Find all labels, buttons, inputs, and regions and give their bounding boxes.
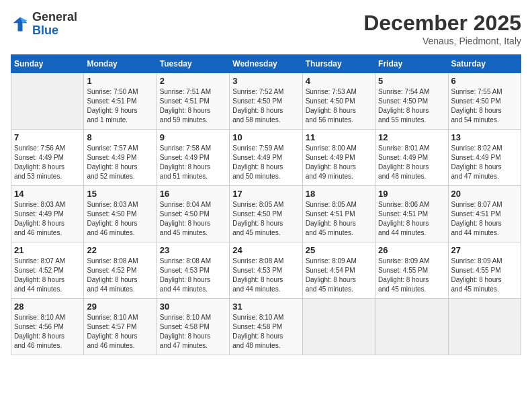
day-info: Sunrise: 8:10 AMSunset: 4:56 PMDaylight:… (14, 313, 81, 351)
day-info: Sunrise: 8:07 AMSunset: 4:51 PMDaylight:… (451, 200, 518, 238)
day-cell: 31Sunrise: 8:10 AMSunset: 4:58 PMDayligh… (230, 299, 302, 355)
calendar-body: 1Sunrise: 7:50 AMSunset: 4:51 PMDaylight… (11, 73, 521, 355)
day-cell: 26Sunrise: 8:09 AMSunset: 4:55 PMDayligh… (375, 242, 448, 299)
day-cell: 8Sunrise: 7:57 AMSunset: 4:49 PMDaylight… (84, 130, 157, 186)
day-info: Sunrise: 8:10 AMSunset: 4:58 PMDaylight:… (232, 313, 299, 351)
day-info: Sunrise: 8:02 AMSunset: 4:49 PMDaylight:… (451, 144, 518, 181)
calendar-table: SundayMondayTuesdayWednesdayThursdayFrid… (11, 54, 521, 355)
col-header-friday: Friday (375, 55, 448, 73)
day-info: Sunrise: 8:07 AMSunset: 4:52 PMDaylight:… (14, 257, 81, 294)
day-cell: 2Sunrise: 7:51 AMSunset: 4:51 PMDaylight… (157, 73, 229, 130)
day-cell: 25Sunrise: 8:09 AMSunset: 4:54 PMDayligh… (302, 242, 375, 299)
calendar-header-row: SundayMondayTuesdayWednesdayThursdayFrid… (11, 55, 521, 73)
day-cell: 15Sunrise: 8:03 AMSunset: 4:50 PMDayligh… (84, 186, 157, 242)
day-cell: 9Sunrise: 7:58 AMSunset: 4:49 PMDaylight… (157, 130, 229, 186)
day-number: 6 (451, 76, 518, 86)
day-number: 13 (451, 132, 518, 142)
day-cell: 22Sunrise: 8:08 AMSunset: 4:52 PMDayligh… (84, 242, 157, 299)
day-info: Sunrise: 8:10 AMSunset: 4:58 PMDaylight:… (160, 313, 226, 351)
title-block: December 2025 Venaus, Piedmont, Italy (363, 11, 521, 46)
day-number: 25 (306, 245, 372, 255)
day-cell: 14Sunrise: 8:03 AMSunset: 4:49 PMDayligh… (11, 186, 84, 242)
day-info: Sunrise: 7:59 AMSunset: 4:49 PMDaylight:… (232, 144, 299, 181)
day-cell: 5Sunrise: 7:54 AMSunset: 4:50 PMDaylight… (375, 73, 448, 130)
day-info: Sunrise: 8:09 AMSunset: 4:55 PMDaylight:… (378, 257, 445, 294)
day-info: Sunrise: 8:10 AMSunset: 4:57 PMDaylight:… (87, 313, 153, 351)
day-info: Sunrise: 8:01 AMSunset: 4:49 PMDaylight:… (378, 144, 445, 181)
day-cell: 21Sunrise: 8:07 AMSunset: 4:52 PMDayligh… (11, 242, 84, 299)
day-number: 17 (232, 189, 299, 199)
day-info: Sunrise: 7:58 AMSunset: 4:49 PMDaylight:… (160, 144, 226, 181)
day-info: Sunrise: 7:54 AMSunset: 4:50 PMDaylight:… (378, 87, 445, 125)
day-info: Sunrise: 8:05 AMSunset: 4:51 PMDaylight:… (306, 200, 372, 238)
day-number: 9 (160, 132, 226, 142)
day-number: 24 (232, 245, 299, 255)
col-header-tuesday: Tuesday (157, 55, 229, 73)
col-header-wednesday: Wednesday (230, 55, 302, 73)
day-number: 7 (14, 132, 81, 142)
day-number: 28 (14, 302, 81, 312)
day-info: Sunrise: 8:09 AMSunset: 4:55 PMDaylight:… (451, 257, 518, 294)
logo: General Blue (11, 11, 77, 38)
day-number: 23 (160, 245, 226, 255)
day-cell: 17Sunrise: 8:05 AMSunset: 4:50 PMDayligh… (230, 186, 302, 242)
day-number: 29 (87, 302, 153, 312)
col-header-thursday: Thursday (302, 55, 375, 73)
day-cell (375, 299, 448, 355)
day-number: 15 (87, 189, 153, 199)
day-cell: 3Sunrise: 7:52 AMSunset: 4:50 PMDaylight… (230, 73, 302, 130)
day-cell: 27Sunrise: 8:09 AMSunset: 4:55 PMDayligh… (448, 242, 521, 299)
day-info: Sunrise: 7:52 AMSunset: 4:50 PMDaylight:… (232, 87, 299, 125)
day-info: Sunrise: 8:00 AMSunset: 4:49 PMDaylight:… (306, 144, 372, 181)
day-info: Sunrise: 8:08 AMSunset: 4:52 PMDaylight:… (87, 257, 153, 294)
day-info: Sunrise: 8:08 AMSunset: 4:53 PMDaylight:… (160, 257, 226, 294)
col-header-sunday: Sunday (11, 55, 84, 73)
day-cell: 13Sunrise: 8:02 AMSunset: 4:49 PMDayligh… (448, 130, 521, 186)
day-cell: 18Sunrise: 8:05 AMSunset: 4:51 PMDayligh… (302, 186, 375, 242)
day-cell: 7Sunrise: 7:56 AMSunset: 4:49 PMDaylight… (11, 130, 84, 186)
day-cell: 24Sunrise: 8:08 AMSunset: 4:53 PMDayligh… (230, 242, 302, 299)
day-cell: 16Sunrise: 8:04 AMSunset: 4:50 PMDayligh… (157, 186, 229, 242)
day-cell: 1Sunrise: 7:50 AMSunset: 4:51 PMDaylight… (84, 73, 157, 130)
day-cell: 12Sunrise: 8:01 AMSunset: 4:49 PMDayligh… (375, 130, 448, 186)
day-info: Sunrise: 8:03 AMSunset: 4:50 PMDaylight:… (87, 200, 153, 238)
day-number: 21 (14, 245, 81, 255)
col-header-saturday: Saturday (448, 55, 521, 73)
day-number: 18 (306, 189, 372, 199)
week-row-3: 14Sunrise: 8:03 AMSunset: 4:49 PMDayligh… (11, 186, 521, 242)
day-info: Sunrise: 8:04 AMSunset: 4:50 PMDaylight:… (160, 200, 226, 238)
day-number: 1 (87, 76, 153, 86)
day-info: Sunrise: 7:50 AMSunset: 4:51 PMDaylight:… (87, 87, 153, 125)
day-number: 14 (14, 189, 81, 199)
day-info: Sunrise: 8:03 AMSunset: 4:49 PMDaylight:… (14, 200, 81, 238)
logo-blue-text: Blue (32, 24, 58, 37)
logo-general-text: General (32, 10, 77, 24)
day-cell: 4Sunrise: 7:53 AMSunset: 4:50 PMDaylight… (302, 73, 375, 130)
day-info: Sunrise: 7:53 AMSunset: 4:50 PMDaylight:… (306, 87, 372, 125)
day-number: 8 (87, 132, 153, 142)
day-cell: 30Sunrise: 8:10 AMSunset: 4:58 PMDayligh… (157, 299, 229, 355)
day-info: Sunrise: 7:51 AMSunset: 4:51 PMDaylight:… (160, 87, 226, 125)
day-number: 26 (378, 245, 445, 255)
week-row-1: 1Sunrise: 7:50 AMSunset: 4:51 PMDaylight… (11, 73, 521, 130)
day-info: Sunrise: 7:55 AMSunset: 4:50 PMDaylight:… (451, 87, 518, 125)
location-subtitle: Venaus, Piedmont, Italy (363, 36, 521, 46)
day-number: 4 (306, 76, 372, 86)
day-cell (302, 299, 375, 355)
day-number: 16 (160, 189, 226, 199)
week-row-5: 28Sunrise: 8:10 AMSunset: 4:56 PMDayligh… (11, 299, 521, 355)
day-info: Sunrise: 7:57 AMSunset: 4:49 PMDaylight:… (87, 144, 153, 181)
month-title: December 2025 (363, 11, 521, 36)
day-number: 27 (451, 245, 518, 255)
day-number: 5 (378, 76, 445, 86)
day-cell: 10Sunrise: 7:59 AMSunset: 4:49 PMDayligh… (230, 130, 302, 186)
day-number: 10 (232, 132, 299, 142)
col-header-monday: Monday (84, 55, 157, 73)
day-info: Sunrise: 8:05 AMSunset: 4:50 PMDaylight:… (232, 200, 299, 238)
day-info: Sunrise: 8:06 AMSunset: 4:51 PMDaylight:… (378, 200, 445, 238)
day-number: 12 (378, 132, 445, 142)
day-info: Sunrise: 7:56 AMSunset: 4:49 PMDaylight:… (14, 144, 81, 181)
day-cell: 11Sunrise: 8:00 AMSunset: 4:49 PMDayligh… (302, 130, 375, 186)
day-number: 22 (87, 245, 153, 255)
day-info: Sunrise: 8:08 AMSunset: 4:53 PMDaylight:… (232, 257, 299, 294)
